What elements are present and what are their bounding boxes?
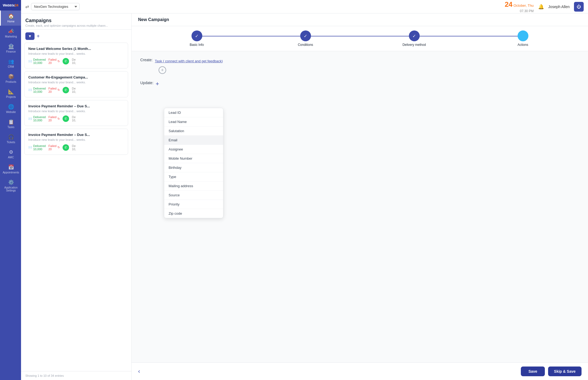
sidebar-item-label: Website — [6, 111, 16, 114]
crm-icon: 👥 — [8, 59, 14, 64]
step-label-actions: Actions — [518, 43, 528, 47]
dropdown-item-email[interactable]: Email — [164, 136, 223, 145]
sidebar-item-products[interactable]: 📦 Products — [0, 71, 21, 86]
dropdown-item-salutation[interactable]: Salutation — [164, 126, 223, 136]
delivered-count: 10,000 — [33, 148, 46, 151]
campaigns-list: New Lead Welcome Series (1 Month... Intr… — [21, 43, 131, 371]
dropdown-item-priority[interactable]: Priority — [164, 200, 223, 209]
failed-label: Failed — [48, 87, 56, 90]
update-section: Update: + — [140, 80, 579, 87]
save-button[interactable]: Save — [521, 367, 545, 376]
refresh-icon: ↻ — [57, 146, 60, 149]
delivered-stat: ✉️ Delivered 10,000 — [28, 58, 46, 64]
de-stat: De 10, — [72, 115, 76, 122]
campaign-description: Introduce new leads to your brand... wee… — [28, 109, 124, 113]
dropdown-item-mobile-number[interactable]: Mobile Number — [164, 154, 223, 163]
settings-icon: ⚙️ — [8, 179, 14, 185]
list-item[interactable]: Customer Re-Engagement Campa... Introduc… — [24, 71, 128, 97]
step-label-basic-info: Basic Info — [190, 43, 204, 47]
failed-count: 20 — [48, 148, 56, 151]
delivered-label: Delivered — [33, 144, 46, 148]
list-item[interactable]: Invoice Payment Reminder – Due S... Intr… — [24, 100, 128, 126]
finance-icon: 🏦 — [8, 43, 14, 49]
failed-stat: Failed 20 ↻ — [48, 115, 60, 122]
campaigns-panel: Campaigns Create, track, and optimize ca… — [21, 13, 132, 380]
campaign-description: Introduce new leads to your brand... wee… — [28, 52, 124, 56]
failed-label: Failed — [48, 144, 56, 148]
sidebar-item-projects[interactable]: 📐 Projects — [0, 86, 21, 101]
sidebar-item-crm[interactable]: 👥 CRM — [0, 56, 21, 71]
power-button[interactable]: ⏻ — [574, 2, 584, 12]
sidebar-item-label: Finance — [6, 50, 16, 53]
step-delivery-method[interactable]: ✓ Delivery method — [360, 30, 469, 47]
tickets-icon: 🎧 — [8, 134, 14, 140]
day: 24 — [505, 0, 512, 8]
email-icon: ✉️ — [28, 146, 32, 149]
sidebar-item-finance[interactable]: 🏦 Finance — [0, 41, 21, 56]
update-label: Update: — [140, 81, 153, 85]
dropdown-item-lead-name[interactable]: Lead Name — [164, 117, 223, 126]
add-campaign-button[interactable]: + — [37, 33, 40, 39]
sidebar-item-tasks[interactable]: 📋 Tasks — [0, 116, 21, 131]
sidebar: Webtrix24 🏠 Home 📣 Marketing 🏦 Finance 👥… — [0, 0, 21, 380]
campaign-stats: ✉️ Delivered 10,000 Failed 20 ↻ — [28, 58, 124, 64]
filter-button[interactable]: ▼ — [25, 32, 35, 40]
dropdown-item-type[interactable]: Type — [164, 172, 223, 182]
sidebar-item-amc[interactable]: ⚙ AMC — [0, 146, 21, 162]
failed-label: Failed — [48, 58, 56, 61]
sidebar-item-label: Tickets — [7, 141, 15, 144]
campaign-stats: ✉️ Delivered 10,000 Failed 20 ↻ — [28, 144, 124, 151]
step-basic-info[interactable]: ✓ Basic Info — [142, 30, 251, 47]
dropdown-item-birthday[interactable]: Birthday — [164, 163, 223, 172]
sidebar-item-marketing[interactable]: 📣 Marketing — [0, 26, 21, 41]
failed-stat: Failed 20 ↻ — [48, 144, 60, 151]
field-dropdown: Lead ID Lead Name Salutation Email Assig… — [164, 108, 223, 218]
sidebar-item-appointments[interactable]: 📅 Appointments — [0, 162, 21, 177]
delivered-stat: ✉️ Delivered 10,000 — [28, 87, 46, 93]
step-actions[interactable]: Actions — [469, 30, 577, 47]
steps-bar: ✓ Basic Info ✓ Conditions ✓ Delivery met… — [132, 26, 588, 51]
campaigns-toolbar: ▼ + — [21, 30, 131, 43]
dropdown-item-mailing-address[interactable]: Mailing address — [164, 182, 223, 191]
dropdown-item-assignee[interactable]: Assignee — [164, 145, 223, 154]
create-task-link[interactable]: Task ( connect with client and get feedb… — [155, 59, 223, 63]
appointments-icon: 📅 — [8, 164, 14, 170]
whatsapp-icon: ✆ — [63, 144, 69, 151]
company-selector[interactable]: NexGen Technologies — [31, 3, 80, 10]
sidebar-item-label: Products — [6, 80, 16, 83]
topbar: ⇄ NexGen Technologies 24 October, Thu 07… — [21, 0, 588, 13]
list-item[interactable]: New Lead Welcome Series (1 Month... Intr… — [24, 43, 128, 69]
sidebar-item-home[interactable]: 🏠 Home — [0, 11, 21, 26]
step-circle-actions — [518, 30, 528, 41]
back-button[interactable]: ‹ — [138, 368, 140, 375]
sidebar-item-label: AMC — [8, 156, 14, 159]
delivered-stat: ✉️ Delivered 10,000 — [28, 144, 46, 151]
failed-stat: Failed 20 ↻ — [48, 58, 60, 64]
list-item[interactable]: Invoice Payment Reminder – Due S... Intr… — [24, 129, 128, 155]
step-label-conditions: Conditions — [298, 43, 313, 47]
failed-count: 20 — [48, 90, 56, 93]
dropdown-item-zip-code[interactable]: Zip code — [164, 209, 223, 218]
notification-bell-icon[interactable]: 🔔 — [538, 4, 544, 10]
campaign-title: Invoice Payment Reminder – Due S... — [28, 104, 124, 108]
step-circle-basic-info: ✓ — [192, 30, 202, 41]
sidebar-item-tickets[interactable]: 🎧 Tickets — [0, 131, 21, 146]
add-update-item-button[interactable]: + — [156, 80, 159, 87]
dropdown-item-lead-id[interactable]: Lead ID — [164, 108, 223, 117]
swap-icon[interactable]: ⇄ — [25, 4, 29, 9]
campaigns-footer: Showing 1 to 10 of 34 entries — [21, 371, 131, 380]
skip-save-button[interactable]: Skip & Save — [548, 367, 582, 376]
step-conditions[interactable]: ✓ Conditions — [251, 30, 360, 47]
delivered-label: Delivered — [33, 87, 46, 90]
sidebar-item-website[interactable]: 🌐 Website — [0, 101, 21, 116]
wizard-panel: New Campaign ✓ Basic Info ✓ Conditions ✓… — [132, 13, 588, 380]
amc-icon: ⚙ — [9, 149, 13, 155]
dropdown-item-source[interactable]: Source — [164, 191, 223, 200]
delivered-count: 10,000 — [33, 90, 46, 93]
products-icon: 📦 — [8, 74, 14, 80]
sidebar-item-application-settings[interactable]: ⚙️ Application Settings — [0, 177, 21, 195]
step-circle-delivery: ✓ — [409, 30, 420, 41]
add-create-item-button[interactable]: + — [159, 66, 166, 74]
sidebar-item-label: Marketing — [5, 35, 17, 38]
de-stat: De 10, — [72, 58, 76, 64]
